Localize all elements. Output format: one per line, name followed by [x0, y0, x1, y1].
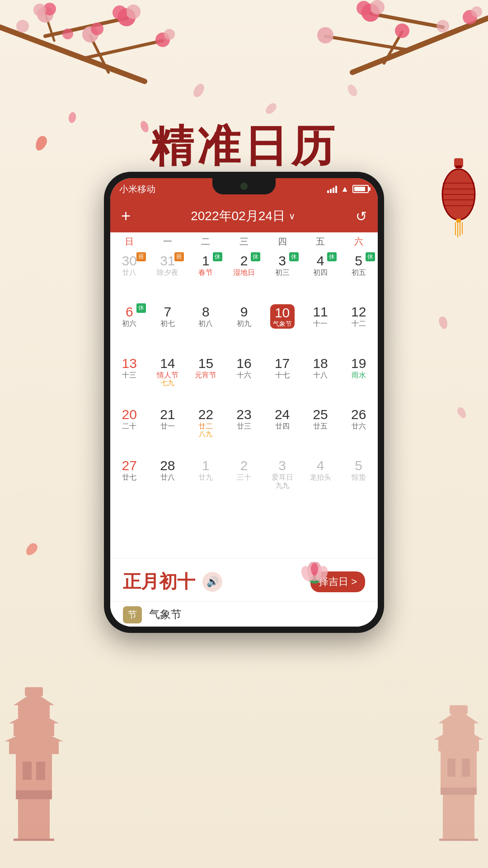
holiday-badge: 休	[136, 303, 146, 312]
table-row[interactable]: 27 廿七	[110, 455, 149, 506]
day-number: 8	[202, 304, 210, 319]
day-number: 15	[198, 356, 213, 371]
signal-bars	[327, 185, 337, 193]
table-row[interactable]: 12 十二	[339, 302, 378, 353]
lotus-icon	[296, 562, 333, 589]
day-number: 27	[122, 458, 137, 473]
holiday-badge: 休	[327, 252, 337, 261]
table-row[interactable]: 17 十七	[263, 353, 301, 404]
svg-rect-59	[9, 741, 59, 754]
day-sub-label: 春节	[198, 268, 213, 277]
calendar-date-title[interactable]: 2022年02月24日 ∨	[191, 208, 296, 225]
table-row[interactable]: 22 廿二 八九	[187, 404, 225, 455]
day-sub-label: 三十	[237, 473, 251, 481]
table-row[interactable]: 班 30 廿八	[110, 250, 149, 302]
holiday-badge: 班	[174, 252, 184, 261]
table-row[interactable]: 休 3 初三	[263, 250, 301, 302]
day-sub-label: 初四	[313, 268, 328, 277]
table-row[interactable]: 24 廿四	[263, 404, 301, 455]
table-row[interactable]: 18 十八	[301, 353, 340, 404]
table-row[interactable]: 14 情人节 七九	[149, 353, 187, 404]
table-row[interactable]: 休 4 初四	[301, 250, 340, 302]
day-header-fri: 五	[301, 236, 340, 248]
wifi-icon: ▲	[341, 184, 349, 194]
day-number: 9	[240, 304, 248, 319]
day-sub-label: 十八	[313, 371, 328, 379]
svg-rect-43	[456, 219, 461, 222]
phone-notch	[212, 178, 276, 194]
table-row[interactable]: 休 2 湿地日	[225, 250, 263, 302]
add-event-button[interactable]: +	[121, 208, 131, 224]
table-row[interactable]: 9 初九	[225, 302, 263, 353]
day-sub-label: 十六	[237, 371, 251, 379]
battery-icon	[352, 185, 369, 193]
day-sub-label: 二十	[122, 422, 136, 430]
table-row[interactable]: 休 6 初六	[110, 302, 149, 353]
status-icons: ▲	[327, 184, 369, 194]
day-sub-label: 十二	[352, 319, 366, 328]
table-row[interactable]: 23 廿三	[225, 404, 263, 455]
table-row[interactable]: 班 31 除夕夜	[149, 250, 187, 302]
day-sub-label: 十三	[122, 371, 136, 379]
day-number: 3	[278, 253, 286, 268]
day-sub-label: 初五	[352, 268, 366, 277]
holiday-badge: 休	[251, 252, 260, 261]
day-sub-label: 情人节	[157, 371, 178, 379]
refresh-button[interactable]: ↺	[356, 208, 367, 224]
svg-marker-58	[5, 728, 63, 741]
day-number: 17	[275, 356, 290, 371]
day-number: 20	[122, 407, 137, 422]
day-header-sat: 六	[339, 236, 378, 248]
speaker-button[interactable]: 🔊	[202, 572, 222, 592]
svg-rect-61	[23, 762, 32, 780]
selected-day[interactable]: 10 气象节	[263, 302, 301, 353]
day-number: 18	[313, 356, 328, 371]
table-row[interactable]: 16 十六	[225, 353, 263, 404]
day-sub-label: 初三	[275, 268, 290, 277]
table-row[interactable]: 13 十三	[110, 353, 149, 404]
day-number: 21	[160, 407, 175, 422]
phone-mockup: 小米移动 ▲ + 2022年	[104, 172, 384, 633]
table-row[interactable]: 20 二十	[110, 404, 149, 455]
day-number: 13	[122, 356, 137, 371]
table-row[interactable]: 21 廿一	[149, 404, 187, 455]
day-number: 6	[126, 304, 133, 319]
svg-point-52	[311, 563, 318, 576]
table-row[interactable]: 3 爱耳日 九九	[263, 455, 301, 506]
day-sub-label: 雨水	[352, 371, 366, 379]
holiday-badge: 班	[136, 252, 146, 261]
battery-fill	[354, 187, 365, 191]
day-sub-label: 惊蛰	[352, 473, 366, 481]
table-row[interactable]: 2 三十	[225, 455, 263, 506]
svg-marker-54	[14, 692, 54, 705]
holiday-badge: 休	[366, 252, 375, 261]
date-chevron-icon: ∨	[289, 211, 296, 222]
svg-rect-71	[441, 751, 477, 788]
table-row[interactable]: 15 元宵节	[187, 353, 225, 404]
day-sub-label: 廿八	[160, 473, 175, 481]
table-row[interactable]: 1 廿九	[187, 455, 225, 506]
svg-rect-74	[441, 788, 477, 795]
table-row[interactable]: 11 十一	[301, 302, 340, 353]
table-row[interactable]: 19 雨水	[339, 353, 378, 404]
svg-marker-67	[438, 710, 479, 723]
svg-marker-69	[434, 726, 483, 740]
table-row[interactable]: 休 5 初五	[339, 250, 378, 302]
svg-rect-63	[16, 790, 52, 799]
day-number: 25	[313, 407, 328, 422]
day-number: 26	[351, 407, 366, 422]
table-row[interactable]: 26 廿六	[339, 404, 378, 455]
svg-rect-72	[447, 759, 455, 777]
table-row[interactable]: 25 廿五	[301, 404, 340, 455]
table-row[interactable]: 4 龙抬头	[301, 455, 340, 506]
day-sub-label: 廿六	[352, 422, 366, 430]
pagoda-right-decoration	[429, 705, 488, 841]
current-date-label: 2022年02月24日	[191, 208, 285, 225]
day-number: 1	[202, 253, 210, 268]
table-row[interactable]: 8 初八	[187, 302, 225, 353]
table-row[interactable]: 休 1 春节	[187, 250, 225, 302]
table-row[interactable]: 5 惊蛰	[339, 455, 378, 506]
day-sub-label: 爱耳日	[272, 473, 293, 481]
table-row[interactable]: 7 初七	[149, 302, 187, 353]
table-row[interactable]: 28 廿八	[149, 455, 187, 506]
